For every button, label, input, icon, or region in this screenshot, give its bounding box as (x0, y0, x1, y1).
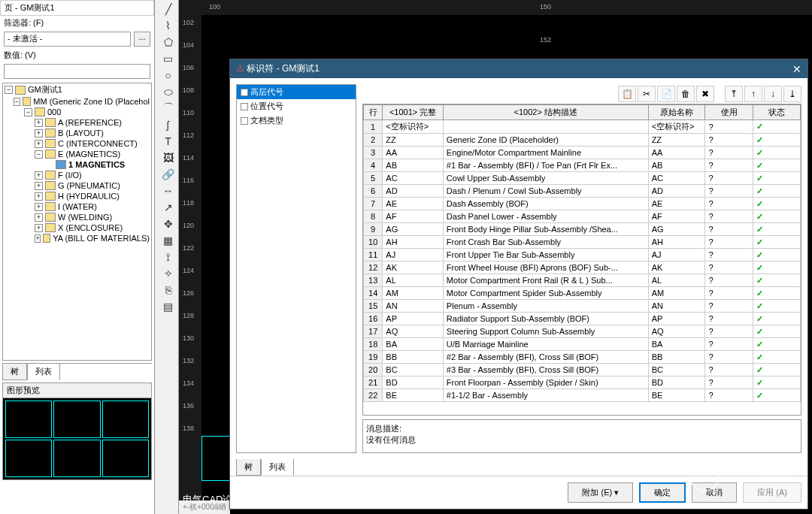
tree-node[interactable]: +H (HYDRAULIC) (3, 191, 151, 201)
dialog-tab-list[interactable]: 列表 (261, 459, 294, 476)
preview-cell[interactable] (53, 440, 100, 477)
col-code[interactable]: <1001> 完整 (383, 105, 444, 120)
table-row[interactable]: 21BDFront Floorpan - Assembly (Spider / … (364, 376, 801, 389)
table-row[interactable]: 3AAEngine/Motor Compartment MainlineAA?✓ (364, 147, 801, 159)
identifier-table[interactable]: 行 <1001> 完整 <1002> 结构描述 原始名称 使用 状态 1<空标识… (362, 104, 801, 416)
tree-toggle-icon[interactable]: + (35, 140, 43, 148)
table-row[interactable]: 10AHFront Crash Bar Sub-AssemblyAH?✓ (364, 236, 801, 249)
tab-list[interactable]: 列表 (27, 364, 60, 380)
tree-node[interactable]: −GM测试1 (3, 83, 151, 96)
tree-node[interactable]: +G (PNEUMATIC) (3, 180, 151, 191)
col-desc[interactable]: <1002> 结构描述 (443, 105, 648, 120)
filter-dropdown[interactable]: - 未激活 - (4, 32, 131, 47)
tree-node[interactable]: +B (LAYOUT) (3, 128, 151, 138)
tree-label[interactable]: 1 MAGNETICS (68, 160, 125, 169)
table-row[interactable]: 17AQSteering Support Column Sub-Assembly… (364, 325, 801, 338)
tree-label[interactable]: F (I/O) (58, 171, 82, 180)
ok-button[interactable]: 确定 (639, 482, 686, 503)
table-row[interactable]: 22BE#1-1/2 Bar - AssemblyBE?✓ (364, 389, 801, 402)
tree-toggle-icon[interactable]: + (35, 171, 43, 180)
tree-container[interactable]: −GM测试1−MM (Generic Zone ID (Placehol−000… (2, 83, 152, 361)
dim-tool-icon[interactable]: ↔ (160, 183, 177, 198)
col-use[interactable]: 使用 (705, 105, 753, 120)
table-row[interactable]: 13ALMotor Compartment Front Rail (R & L … (364, 274, 801, 287)
table-row[interactable]: 14AMMotor Compartment Spider Sub-Assembl… (364, 287, 801, 300)
tree-node[interactable]: −E (MAGNETICS) (3, 149, 151, 159)
line-tool-icon[interactable]: ╱ (160, 2, 177, 17)
tree-toggle-icon[interactable]: + (35, 213, 43, 222)
tree-node[interactable]: +A (REFERENCE) (3, 117, 151, 128)
polyline-tool-icon[interactable]: ⌇ (160, 18, 177, 33)
tree-label[interactable]: X (ENCLOSURE) (58, 223, 123, 232)
text-tool-icon[interactable]: T (160, 134, 177, 149)
tree-toggle-icon[interactable]: + (35, 224, 43, 232)
tree-toggle-icon[interactable]: + (35, 234, 41, 243)
tree-toggle-icon[interactable]: − (5, 86, 13, 94)
tree-node[interactable]: +W (WELDING) (3, 212, 151, 222)
measure-tool-icon[interactable]: ⟟ (160, 249, 177, 265)
table-row[interactable]: 2ZZGeneric Zone ID (Placeholder)ZZ?✓ (364, 134, 801, 147)
link-tool-icon[interactable]: 🔗 (160, 167, 177, 182)
polygon-tool-icon[interactable]: ⬠ (160, 35, 177, 50)
spline-tool-icon[interactable]: ∫ (160, 117, 177, 132)
tree-label[interactable]: I (WATER) (58, 202, 97, 211)
preview-cell[interactable] (102, 401, 149, 438)
preview-cell[interactable] (102, 440, 149, 477)
col-row[interactable]: 行 (364, 105, 383, 120)
toolbar-btn-2[interactable]: 📄 (657, 86, 675, 102)
table-row[interactable]: 6ADDash / Plenum / Cowl Sub-AssemblyAD?✓ (364, 185, 801, 198)
compass-tool-icon[interactable]: ✧ (160, 266, 177, 281)
toolbar-btn-8[interactable]: ↓ (764, 86, 782, 102)
col-status[interactable]: 状态 (753, 105, 800, 120)
preview-cell[interactable] (5, 440, 52, 477)
tree-toggle-icon[interactable]: + (35, 129, 43, 138)
close-icon[interactable]: ✕ (792, 63, 801, 75)
table-row[interactable]: 8AFDash Panel Lower - AssemblyAF?✓ (364, 210, 801, 223)
grid-tool-icon[interactable]: ▤ (160, 299, 177, 314)
table-row[interactable]: 20BC#3 Bar - Assembly (BFI), Cross Sill … (364, 364, 801, 376)
tab-tree[interactable]: 树 (2, 364, 27, 380)
col-orig[interactable]: 原始名称 (648, 105, 705, 120)
tree-node[interactable]: +X (ENCLOSURE) (3, 222, 151, 233)
hatch-tool-icon[interactable]: ▦ (160, 233, 177, 248)
toolbar-btn-3[interactable]: 🗑 (677, 86, 695, 102)
table-row[interactable]: 7AEDash Assembly (BOF)AE?✓ (364, 198, 801, 210)
preview-cell[interactable] (53, 401, 100, 438)
tree-label[interactable]: 000 (47, 107, 61, 116)
filter-more-button[interactable]: ... (134, 32, 150, 47)
preview-cell[interactable] (5, 401, 52, 438)
ellipse-tool-icon[interactable]: ⬭ (160, 84, 177, 99)
circle-tool-icon[interactable]: ○ (160, 68, 177, 83)
tree-label[interactable]: G (PNEUMATIC) (58, 181, 120, 190)
tree-toggle-icon[interactable]: + (35, 192, 43, 201)
table-row[interactable]: 15ANPlenum - AssemblyAN?✓ (364, 300, 801, 313)
move-tool-icon[interactable]: ✥ (160, 216, 177, 231)
tree-toggle-icon[interactable]: + (35, 182, 43, 190)
dialog-titlebar[interactable]: ⚠ 标识符 - GM测试1 ✕ (230, 59, 807, 78)
tree-toggle-icon[interactable]: − (14, 98, 20, 106)
arc-tool-icon[interactable]: ⌒ (160, 101, 177, 116)
toolbar-btn-9[interactable]: ⤓ (783, 86, 801, 102)
category-item[interactable]: 位置代号 (237, 99, 356, 113)
tree-toggle-icon[interactable]: + (35, 119, 43, 127)
toolbar-btn-7[interactable]: ↑ (744, 86, 762, 102)
extra-button[interactable]: 附加 (E) ▾ (568, 482, 633, 503)
tree-label[interactable]: MM (Generic Zone ID (Placehol (33, 97, 150, 106)
copy-tool-icon[interactable]: ⎘ (160, 283, 177, 298)
tree-toggle-icon[interactable]: − (24, 108, 32, 116)
dialog-tab-tree[interactable]: 树 (236, 459, 261, 476)
toolbar-btn-0[interactable]: 📋 (618, 86, 636, 102)
toolbar-btn-6[interactable]: ⤒ (725, 86, 743, 102)
tree-label[interactable]: GM测试1 (28, 84, 62, 95)
tree-label[interactable]: A (REFERENCE) (58, 118, 122, 127)
table-row[interactable]: 9AGFront Body Hinge Pillar Sub-Assembly … (364, 223, 801, 236)
tree-node[interactable]: 1 MAGNETICS (3, 159, 151, 170)
table-row[interactable]: 16APRadiator Support Sub-Assembly (BOF)A… (364, 313, 801, 325)
category-item[interactable]: 文档类型 (237, 113, 356, 128)
rect-tool-icon[interactable]: ▭ (160, 51, 177, 66)
tree-label[interactable]: W (WELDING) (58, 213, 112, 222)
table-row[interactable]: 1<空标识符><空标识符>?✓ (364, 120, 801, 134)
table-row[interactable]: 19BB#2 Bar - Assembly (BFI), Cross Sill … (364, 351, 801, 364)
value-input[interactable] (4, 64, 150, 79)
toolbar-btn-1[interactable]: ✂ (638, 86, 656, 102)
